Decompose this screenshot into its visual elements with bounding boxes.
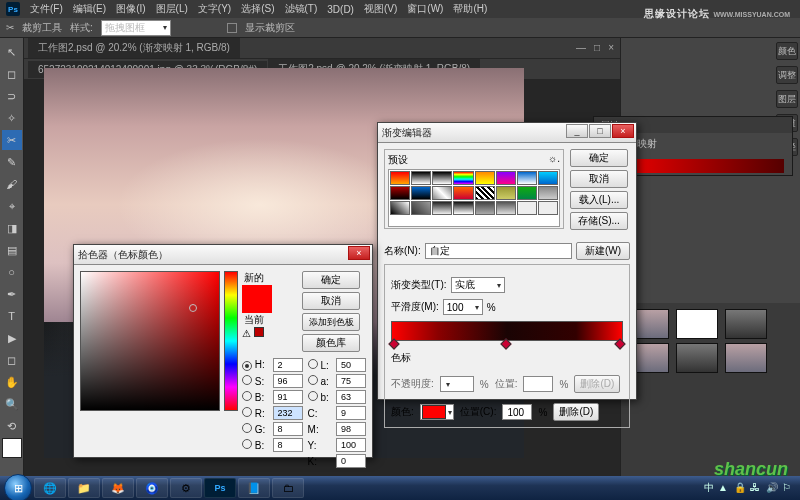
close-icon[interactable]: ×: [608, 42, 614, 53]
preset-grid[interactable]: [388, 169, 560, 227]
menu-item[interactable]: 文字(Y): [198, 2, 231, 16]
crop-tool-icon[interactable]: ✂: [2, 130, 22, 150]
taskbar-pin[interactable]: 🌐: [34, 478, 66, 498]
hue-slider[interactable]: [224, 271, 238, 411]
zoom-tool-icon[interactable]: 🔍: [2, 394, 22, 414]
type-tool-icon[interactable]: T: [2, 306, 22, 326]
h-input[interactable]: 2: [273, 358, 303, 372]
menu-item[interactable]: 编辑(E): [73, 2, 106, 16]
layer-thumb[interactable]: [725, 309, 767, 339]
color-stop[interactable]: [501, 338, 512, 349]
r-input[interactable]: 232: [273, 406, 303, 420]
k-input[interactable]: 0: [336, 454, 366, 468]
close-icon[interactable]: ×: [348, 246, 370, 260]
new-button[interactable]: 新建(W): [576, 242, 630, 260]
pen-tool-icon[interactable]: ✒: [2, 284, 22, 304]
maximize-icon[interactable]: □: [589, 124, 611, 138]
taskbar-pin-ps[interactable]: Ps: [204, 478, 236, 498]
taskbar-pin[interactable]: 🗀: [272, 478, 304, 498]
wand-tool-icon[interactable]: ✧: [2, 108, 22, 128]
blur-tool-icon[interactable]: ○: [2, 262, 22, 282]
menu-item[interactable]: 选择(S): [241, 2, 274, 16]
doc-tab[interactable]: 工作图2.psd @ 20.2% (渐变映射 1, RGB/8): [28, 38, 240, 58]
start-button[interactable]: ⊞: [4, 474, 32, 500]
menu-item[interactable]: 帮助(H): [453, 2, 487, 16]
minimize-icon[interactable]: —: [576, 42, 586, 53]
ok-button[interactable]: 确定: [570, 149, 628, 167]
lasso-tool-icon[interactable]: ⊃: [2, 86, 22, 106]
ok-button[interactable]: 确定: [302, 271, 360, 289]
dialog-titlebar[interactable]: 拾色器（色标颜色） ×: [74, 245, 372, 265]
stop-color-swatch[interactable]: [422, 405, 446, 419]
a-radio[interactable]: [308, 375, 318, 385]
color-field[interactable]: [80, 271, 220, 411]
options-checkbox[interactable]: [227, 23, 237, 33]
a-input[interactable]: 75: [336, 374, 366, 388]
taskbar-pin[interactable]: 📁: [68, 478, 100, 498]
menu-item[interactable]: 文件(F): [30, 2, 63, 16]
menu-item[interactable]: 图像(I): [116, 2, 145, 16]
b2-radio[interactable]: [308, 391, 318, 401]
swap-colors-icon[interactable]: ⟲: [2, 416, 22, 436]
position2-input[interactable]: 100: [502, 404, 532, 420]
layer-panel-icon[interactable]: 图层: [776, 90, 798, 108]
taskbar-pin[interactable]: 📘: [238, 478, 270, 498]
layer-thumb[interactable]: [676, 309, 718, 339]
tray-icon[interactable]: ⚐: [782, 482, 794, 494]
color-stop[interactable]: [388, 338, 399, 349]
color-stop[interactable]: [614, 338, 625, 349]
brush-tool-icon[interactable]: 🖌: [2, 174, 22, 194]
menu-item[interactable]: 图层(L): [156, 2, 188, 16]
dialog-titlebar[interactable]: 渐变编辑器 _ □ ×: [378, 123, 636, 143]
cancel-button[interactable]: 取消: [302, 292, 360, 310]
tray-icon[interactable]: ▲: [718, 482, 730, 494]
options-preset-dropdown[interactable]: 拖拽图框: [101, 20, 171, 36]
maximize-icon[interactable]: □: [594, 42, 600, 53]
type-dropdown[interactable]: 实底: [451, 277, 505, 293]
r-radio[interactable]: [242, 407, 252, 417]
foreground-swatch[interactable]: [2, 438, 22, 458]
menu-item[interactable]: 窗口(W): [407, 2, 443, 16]
g-radio[interactable]: [242, 423, 252, 433]
c-input[interactable]: 9: [336, 406, 366, 420]
h-radio[interactable]: [242, 361, 252, 371]
l-radio[interactable]: [308, 359, 318, 369]
gradient-ramp[interactable]: [391, 321, 623, 341]
tray-icon[interactable]: 🔊: [766, 482, 778, 494]
load-button[interactable]: 载入(L)...: [570, 191, 628, 209]
color-libs-button[interactable]: 颜色库: [302, 334, 360, 352]
menu-item[interactable]: 3D(D): [327, 4, 354, 15]
gradient-tool-icon[interactable]: ▤: [2, 240, 22, 260]
m-input[interactable]: 98: [336, 422, 366, 436]
stamp-tool-icon[interactable]: ⌖: [2, 196, 22, 216]
name-input[interactable]: 自定: [425, 243, 572, 259]
b-radio[interactable]: [242, 391, 252, 401]
y-input[interactable]: 100: [336, 438, 366, 452]
eyedropper-tool-icon[interactable]: ✎: [2, 152, 22, 172]
g-input[interactable]: 8: [273, 422, 303, 436]
bb-input[interactable]: 8: [273, 438, 303, 452]
tray-icon[interactable]: 🖧: [750, 482, 762, 494]
gamut-warning-icon[interactable]: ⚠: [242, 328, 251, 339]
close-icon[interactable]: ×: [612, 124, 634, 138]
taskbar-pin[interactable]: 🧿: [136, 478, 168, 498]
taskbar-pin[interactable]: ⚙: [170, 478, 202, 498]
s-input[interactable]: 96: [273, 374, 303, 388]
marquee-tool-icon[interactable]: ◻: [2, 64, 22, 84]
layer-thumb[interactable]: [725, 343, 767, 373]
taskbar-pin[interactable]: 🦊: [102, 478, 134, 498]
hand-tool-icon[interactable]: ✋: [2, 372, 22, 392]
b2-input[interactable]: 63: [336, 390, 366, 404]
menu-item[interactable]: 视图(V): [364, 2, 397, 16]
tray-icon[interactable]: 🔒: [734, 482, 746, 494]
path-tool-icon[interactable]: ▶: [2, 328, 22, 348]
add-swatch-button[interactable]: 添加到色板: [302, 313, 360, 331]
menu-item[interactable]: 滤镜(T): [285, 2, 318, 16]
move-tool-icon[interactable]: ↖: [2, 42, 22, 62]
adjust-panel-icon[interactable]: 调整: [776, 66, 798, 84]
l-input[interactable]: 50: [336, 358, 366, 372]
s-radio[interactable]: [242, 375, 252, 385]
tray-lang[interactable]: 中: [704, 481, 714, 495]
cancel-button[interactable]: 取消: [570, 170, 628, 188]
presets-menu-icon[interactable]: ☼.: [548, 153, 560, 167]
